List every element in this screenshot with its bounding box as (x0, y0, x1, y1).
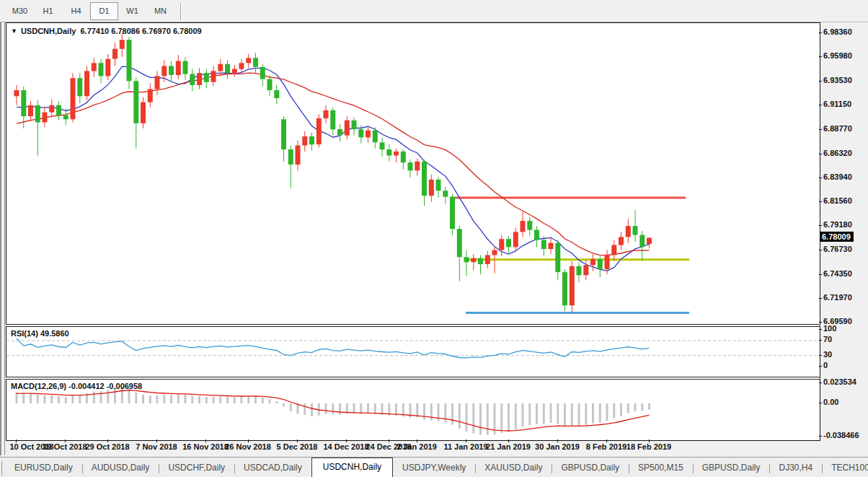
price-axis-tick (819, 250, 822, 250)
chart-tab-bar: EURUSD,DailyAUDUSD,DailyUSDCHF,DailyUSDC… (0, 457, 868, 477)
candlestick-chart[interactable] (6, 23, 820, 325)
price-axis-label: 6.79180 (823, 220, 852, 229)
date-axis-tick (557, 439, 558, 442)
date-axis-tick (417, 439, 417, 442)
rsi-axis-tick (819, 366, 822, 367)
chart-collapse-icon[interactable]: ▼ (11, 27, 17, 35)
timeframe-button-mn[interactable]: MN (146, 2, 174, 20)
rsi-pane[interactable]: RSI(14) 49.5860 (6, 326, 820, 378)
price-axis-tick (819, 322, 822, 323)
toolbar-separator (180, 3, 181, 20)
price-axis-label: 6.81560 (823, 196, 852, 205)
chart-title-symbol: USDCNH,Daily (21, 27, 76, 35)
window-left-edge (0, 22, 5, 455)
macd-axis-label: 0.023534 (823, 377, 856, 386)
timeframe-toolbar: M30H1H4D1W1MN (0, 0, 868, 22)
rsi-axis-label: 30 (823, 350, 832, 359)
price-axis-tick (819, 105, 822, 105)
macd-axis-tick (819, 382, 822, 383)
macd-pane[interactable]: MACD(12,26,9) -0.004412 -0.006958 (6, 379, 820, 441)
date-axis-tick (65, 439, 66, 442)
chart-title: ▼USDCNH,Daily 6.77410 6.78086 6.76970 6.… (11, 27, 202, 35)
price-axis-tick (819, 129, 822, 130)
price-axis-label: 6.71970 (823, 293, 852, 302)
chart-tab-dj30-h4[interactable]: DJ30,H4 (769, 459, 822, 477)
sma-21-line (17, 73, 650, 255)
price-axis-tick (819, 274, 822, 275)
macd-axis-tick (819, 436, 822, 437)
price-axis-tick (819, 201, 822, 202)
price-axis-tick (819, 81, 822, 82)
chart-tab-xauusd-daily[interactable]: XAUUSD,Daily (475, 459, 552, 477)
rsi-label: RSI(14) 49.5860 (11, 329, 69, 338)
date-axis-tick (156, 439, 157, 442)
date-axis-label: 18 Feb 2019 (619, 442, 679, 451)
price-axis-tick (819, 32, 822, 33)
price-axis-label: 6.95980 (823, 51, 852, 60)
chart-tab-usdjpy-weekly[interactable]: USDJPY,Weekly (393, 459, 475, 477)
rsi-axis-label: 100 (823, 324, 836, 333)
chart-tab-audusd-daily[interactable]: AUDUSD,Daily (82, 459, 159, 477)
macd-axis-label: -0.038466 (823, 431, 859, 439)
date-axis-tick (649, 439, 650, 442)
macd-axis-tick (819, 403, 822, 403)
date-axis-tick (107, 439, 108, 442)
price-axis-label: 6.88770 (823, 124, 852, 133)
chart-title-ohlc: 6.77410 6.78086 6.76970 6.78009 (80, 27, 201, 35)
price-axis-label: 6.98360 (823, 27, 852, 36)
price-axis-label: 6.86320 (823, 149, 852, 157)
timeframe-button-h4[interactable]: H4 (62, 2, 90, 20)
price-axis-label: 6.74350 (823, 269, 852, 278)
rsi-axis-label: 0 (823, 361, 828, 369)
chart-tab-sp500-m15[interactable]: SP500,M15 (629, 459, 693, 477)
date-axis-tick (466, 439, 466, 442)
price-axis-label: 6.93530 (823, 76, 852, 84)
price-axis-tick (819, 178, 822, 178)
pane-splitter-rsi[interactable] (6, 324, 819, 327)
timeframe-button-m30[interactable]: M30 (6, 2, 34, 20)
rsi-line (17, 338, 650, 358)
price-axis-tick (819, 225, 822, 226)
date-axis-tick (346, 439, 347, 442)
sma-8-line (17, 66, 650, 271)
price-axis-label: 6.83940 (823, 172, 852, 181)
timeframe-button-h1[interactable]: H1 (34, 2, 62, 20)
mt4-window: M30H1H4D1W1MN ▼USDCNH,Daily 6.77410 6.78… (0, 0, 868, 477)
macd-label: MACD(12,26,9) -0.004412 -0.006958 (11, 382, 142, 390)
chart-tab-usdchf-daily[interactable]: USDCHF,Daily (159, 459, 234, 477)
timeframe-buttons: M30H1H4D1W1MN (6, 2, 181, 20)
price-axis-tick (819, 154, 822, 154)
date-axis-tick (205, 439, 206, 442)
price-axis-label: 6.91150 (823, 100, 851, 108)
chart-tab-gbpusd-daily[interactable]: GBPUSD,Daily (693, 459, 770, 477)
current-price-marker: 6.78009 (820, 232, 854, 242)
tab-bar-gripper (1, 461, 2, 476)
price-axis-label: 6.76730 (823, 245, 852, 253)
rsi-axis-tick (819, 340, 822, 341)
rsi-chart[interactable] (6, 327, 820, 377)
chart-tab-eurusd-daily[interactable]: EURUSD,Daily (5, 459, 82, 477)
price-axis-tick (819, 298, 822, 299)
rsi-axis-tick (819, 355, 822, 356)
macd-axis-label: 0.00 (823, 398, 838, 406)
timeframe-button-w1[interactable]: W1 (118, 2, 146, 20)
pane-splitter-macd[interactable] (6, 377, 819, 380)
date-axis-tick (16, 439, 17, 442)
timeframe-button-d1[interactable]: D1 (90, 2, 118, 20)
date-axis-tick (248, 439, 249, 442)
price-chart-pane[interactable]: ▼USDCNH,Daily 6.77410 6.78086 6.76970 6.… (6, 22, 820, 325)
date-axis-tick (606, 439, 607, 442)
chart-tab-usdcad-daily[interactable]: USDCAD,Daily (234, 459, 311, 477)
price-axis-tick (819, 56, 822, 57)
rsi-axis-label: 70 (823, 335, 832, 343)
date-axis-tick (297, 439, 298, 442)
chart-tab-gbpusd-daily[interactable]: GBPUSD,Daily (552, 459, 629, 477)
date-axis-tick (508, 439, 509, 442)
rsi-axis-tick (819, 329, 822, 330)
chart-tab-tech100-[interactable]: TECH100, (822, 459, 868, 477)
chart-tab-usdcnh-daily[interactable]: USDCNH,Daily (311, 458, 393, 477)
